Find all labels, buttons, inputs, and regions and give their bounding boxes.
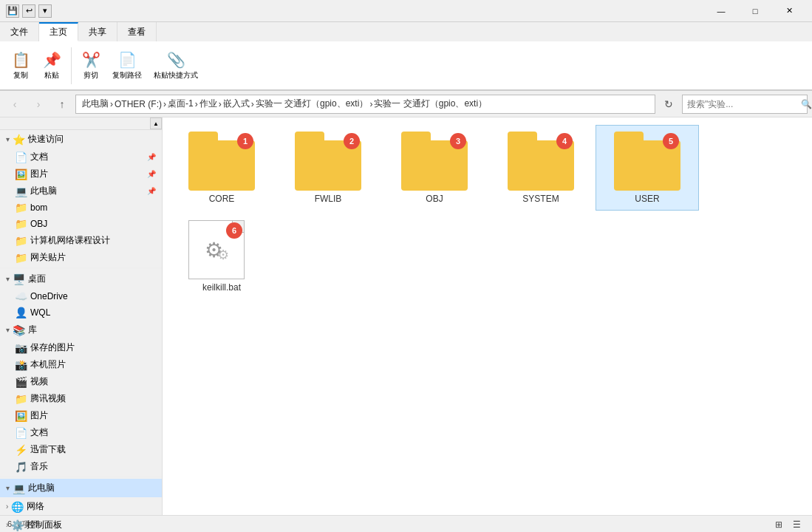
- sidebar-item-music[interactable]: 🎵 音乐: [0, 458, 162, 475]
- saved-pics-icon: 📷: [15, 342, 27, 354]
- documents2-icon: 📄: [15, 427, 27, 439]
- undo-icon[interactable]: ↩: [22, 4, 35, 18]
- bom-icon: 📁: [15, 202, 27, 214]
- sidebar-item-gateway[interactable]: 📁 网关贴片: [0, 249, 162, 266]
- paste-button[interactable]: 📌 粘贴: [37, 47, 66, 84]
- wql-icon: 👤: [15, 307, 27, 318]
- file-item-keilkill[interactable]: ⚙ ⚙ 6 keilkill.bat: [170, 214, 273, 299]
- address-bar[interactable]: 此电脑 › OTHER (F:) › 桌面-1 › 作业 › 嵌入式 › 实验一…: [75, 95, 655, 114]
- ribbon: 文件 主页 共享 查看 📋 复制 📌 粘贴 ✂️ 剪切 📄 复制路径 📎 粘贴快…: [0, 22, 812, 91]
- sidebar-item-network-course[interactable]: 📁 计算机网络课程设计: [0, 232, 162, 249]
- titlebar: 💾 ↩ ▾ — □ ✕: [0, 0, 812, 22]
- network-label: 网络: [27, 500, 44, 513]
- expand-arrow-network-icon: ›: [6, 502, 8, 511]
- minimize-button[interactable]: —: [704, 0, 738, 22]
- sidebar-item-tencent-video[interactable]: 📁 腾讯视频: [0, 390, 162, 407]
- copy-path-icon: 📄: [118, 51, 137, 69]
- tab-home[interactable]: 主页: [39, 22, 78, 41]
- copy-path-button[interactable]: 📄 复制路径: [107, 47, 147, 84]
- course-icon: 📁: [15, 235, 27, 247]
- view-list-button[interactable]: ☰: [788, 517, 805, 532]
- controlpanel-label: 控制面板: [27, 519, 62, 531]
- dropdown-icon[interactable]: ▾: [38, 4, 52, 18]
- view-grid-button[interactable]: ⊞: [771, 517, 787, 532]
- tab-file[interactable]: 文件: [0, 22, 39, 41]
- cut-icon: ✂️: [82, 51, 100, 69]
- folder-item-obj[interactable]: 3 OBJ: [383, 125, 486, 211]
- refresh-button[interactable]: ↻: [658, 95, 679, 114]
- pin-icon: 📌: [147, 153, 156, 161]
- ribbon-content: 📋 复制 📌 粘贴 ✂️ 剪切 📄 复制路径 📎 粘贴快捷方式: [0, 41, 812, 90]
- sidebar-item-thispc-qa[interactable]: 💻 此电脑 📌: [0, 183, 162, 200]
- up-button[interactable]: ↑: [52, 95, 72, 114]
- bat-file-badge: 6: [226, 222, 242, 239]
- gear-small-icon: ⚙: [217, 247, 229, 263]
- sidebar-item-documents[interactable]: 📄 文档 📌: [0, 149, 162, 166]
- folder-name-system: SYSTEM: [522, 194, 559, 204]
- pictures2-icon: 🖼️: [15, 410, 27, 422]
- sidebar-item-pictures[interactable]: 🖼️ 图片 📌: [0, 166, 162, 183]
- scroll-up-button[interactable]: ▲: [150, 117, 162, 129]
- tab-share[interactable]: 共享: [78, 22, 117, 41]
- search-icon[interactable]: 🔍: [801, 99, 812, 109]
- sidebar-divider-1: [0, 267, 162, 268]
- obj-icon: 📁: [15, 218, 27, 230]
- folder-item-system[interactable]: 4 SYSTEM: [489, 125, 593, 211]
- folder-icon-core: 1: [188, 132, 255, 191]
- cut-button[interactable]: ✂️ 剪切: [76, 47, 106, 84]
- folder-icon-system: 4: [508, 132, 574, 191]
- quick-access-icon: ⭐: [13, 134, 25, 146]
- network-icon: 🌐: [11, 501, 24, 513]
- sidebar-item-local-photos[interactable]: 📸 本机照片: [0, 356, 162, 373]
- expand-arrow-control-icon: ›: [6, 521, 8, 529]
- tab-view[interactable]: 查看: [117, 22, 157, 41]
- search-box[interactable]: 🔍: [682, 95, 808, 114]
- folder-item-fwlib[interactable]: 2 FWLIB: [276, 125, 380, 211]
- search-input[interactable]: [687, 99, 798, 109]
- expand-arrow-desktop-icon: ▾: [6, 275, 10, 283]
- folder-item-user[interactable]: 5 USER: [596, 125, 699, 211]
- sidebar-inner: ▲ ▾ ⭐ 快速访问 📄 文档 📌 🖼️ 图片 📌: [0, 117, 162, 532]
- content-grid: 1 CORE 2 FWLIB 3 OBJ: [170, 125, 805, 299]
- maximize-button[interactable]: □: [738, 0, 772, 22]
- folder-badge-system: 4: [556, 133, 573, 149]
- folder-icon-obj: 3: [401, 132, 468, 191]
- pictures-icon: 🖼️: [15, 168, 27, 180]
- expand-arrow-library-icon: ▾: [6, 326, 10, 334]
- folder-item-core[interactable]: 1 CORE: [170, 125, 273, 211]
- sidebar-item-obj[interactable]: 📁 OBJ: [0, 216, 162, 232]
- bat-file-icon: ⚙ ⚙ 6: [188, 220, 255, 279]
- sidebar-item-network[interactable]: › 🌐 网络: [0, 497, 162, 516]
- sidebar-item-desktop[interactable]: ▾ 🖥️ 桌面: [0, 270, 162, 288]
- copy-button[interactable]: 📋 复制: [6, 47, 35, 84]
- sidebar-item-thispc[interactable]: ▾ 💻 此电脑: [0, 479, 162, 497]
- paste-shortcut-icon: 📎: [167, 51, 185, 69]
- paste-shortcut-button[interactable]: 📎 粘贴快捷方式: [149, 47, 203, 84]
- pin-icon-2: 📌: [147, 170, 156, 178]
- sidebar-item-xunlei[interactable]: ⚡ 迅雷下载: [0, 441, 162, 458]
- paste-icon: 📌: [43, 51, 61, 69]
- close-button[interactable]: ✕: [772, 0, 806, 22]
- quick-access-header[interactable]: ▾ ⭐ 快速访问: [0, 130, 162, 149]
- bat-file-name: keilkill.bat: [202, 282, 241, 293]
- sidebar-item-onedrive[interactable]: ☁️ OneDrive: [0, 288, 162, 304]
- save-icon[interactable]: 💾: [6, 4, 19, 18]
- sidebar-item-wql[interactable]: 👤 WQL: [0, 304, 162, 321]
- music-icon: 🎵: [15, 461, 27, 473]
- back-button: ‹: [4, 95, 25, 114]
- sidebar-item-documents2[interactable]: 📄 文档: [0, 424, 162, 441]
- expand-arrow-thispc-icon: ▾: [6, 484, 10, 492]
- statusbar-right: ⊞ ☰: [771, 517, 805, 532]
- sidebar-item-pictures2[interactable]: 🖼️ 图片: [0, 407, 162, 424]
- sidebar-item-saved-pics[interactable]: 📷 保存的图片: [0, 339, 162, 356]
- sidebar-item-library[interactable]: ▾ 📚 库: [0, 321, 162, 339]
- expand-arrow-icon: ▾: [6, 135, 10, 143]
- sidebar-item-controlpanel[interactable]: › ⚙️ 控制面板: [0, 516, 162, 532]
- sidebar-item-bom[interactable]: 📁 bom: [0, 200, 162, 216]
- folder-badge: 1: [237, 133, 253, 149]
- onedrive-icon: ☁️: [15, 290, 27, 302]
- folder-badge-obj: 3: [450, 133, 466, 149]
- sidebar-item-videos[interactable]: 🎬 视频: [0, 373, 162, 390]
- sidebar-scroll-area: ▲ ▾ ⭐ 快速访问 📄 文档 📌 🖼️ 图片 📌: [0, 117, 162, 532]
- quick-access-label: 快速访问: [28, 133, 64, 146]
